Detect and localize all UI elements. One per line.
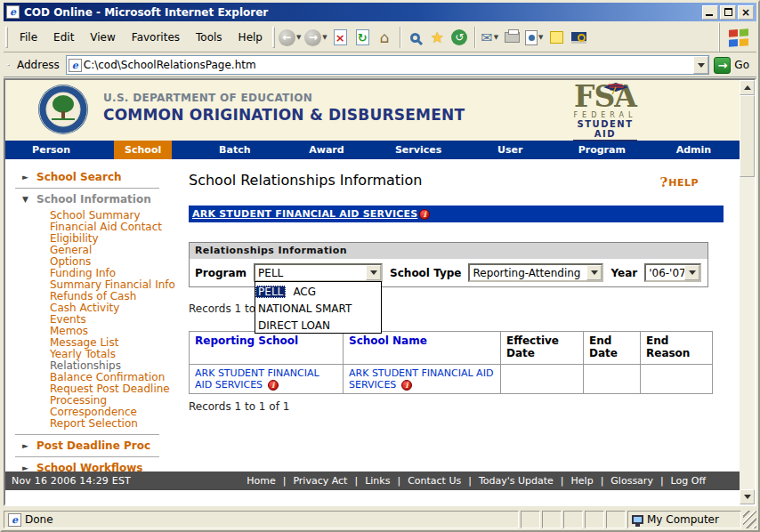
program-select[interactable]: PELL PELL ACG NATIONAL SMART DIRECT LOAN: [254, 263, 383, 282]
go-button[interactable]: → Go: [714, 57, 749, 74]
scroll-up-button[interactable]: [740, 80, 755, 95]
select-button[interactable]: [684, 265, 699, 280]
status-text: Done: [25, 513, 53, 526]
tab-school[interactable]: School: [97, 141, 189, 159]
menu-favorites[interactable]: Favorites: [124, 29, 188, 45]
info-icon[interactable]: i: [268, 380, 279, 391]
footer-link-log-off[interactable]: Log Off: [653, 475, 706, 487]
stop-button[interactable]: ×: [329, 24, 352, 51]
home-button[interactable]: ⌂: [374, 24, 396, 51]
option-national-smart[interactable]: NATIONAL SMART: [255, 302, 354, 315]
footer-link-privacy-act[interactable]: Privacy Act: [276, 475, 348, 487]
tab-user[interactable]: User: [465, 141, 556, 159]
option-direct-loan[interactable]: DIRECT LOAN: [255, 319, 333, 332]
menu-tools[interactable]: Tools: [188, 29, 230, 45]
forward-dropdown-icon[interactable]: ▼: [322, 34, 327, 41]
footer-link-links[interactable]: Links: [347, 475, 390, 487]
footer-link-help[interactable]: Help: [554, 475, 594, 487]
history-button[interactable]: ↺: [449, 24, 471, 51]
school-name-link[interactable]: ARK STUDENT FINANCIAL AID SERVICES: [349, 367, 493, 391]
sidebar-section-school-workflows[interactable]: ► School Workflows: [22, 462, 182, 472]
maximize-icon: [724, 8, 732, 16]
status-bar: e Done My Computer: [4, 508, 756, 528]
search-button[interactable]: [404, 24, 426, 51]
minimize-button[interactable]: [702, 5, 718, 20]
address-grip[interactable]: [7, 64, 10, 66]
menu-edit[interactable]: Edit: [45, 29, 82, 45]
status-panel-empty: [521, 511, 540, 528]
close-button[interactable]: ×: [738, 5, 754, 20]
back-dropdown-icon[interactable]: ▼: [296, 34, 301, 41]
browser-window: e COD Online - Microsoft Internet Explor…: [0, 0, 760, 532]
relationships-table: Reporting School School Name Effective D…: [189, 331, 713, 394]
school-banner-link[interactable]: ARK STUDENT FINANCIAL AID SERVICES: [192, 208, 417, 220]
address-input[interactable]: [82, 59, 694, 71]
print-button[interactable]: [501, 24, 523, 51]
footer-link-contact-us[interactable]: Contact Us: [390, 475, 461, 487]
info-icon[interactable]: i: [401, 380, 412, 391]
menu-help[interactable]: Help: [230, 29, 271, 45]
research-button[interactable]: [568, 24, 590, 51]
edit-button[interactable]: ▼: [523, 24, 546, 51]
option-pell[interactable]: PELL: [255, 286, 286, 298]
edit-dropdown-icon[interactable]: ▼: [538, 34, 543, 41]
sidebar-section-school-information[interactable]: ▼ School Information: [22, 193, 182, 206]
select-button[interactable]: [366, 265, 381, 280]
collapsed-arrow-icon: ►: [22, 462, 30, 472]
select-button[interactable]: [586, 265, 602, 280]
footer-link-glossary[interactable]: Glossary: [594, 475, 653, 487]
print-icon: [505, 32, 520, 43]
vertical-scrollbar[interactable]: [740, 80, 755, 504]
menu-file[interactable]: File: [12, 29, 45, 45]
tab-services[interactable]: Services: [373, 141, 465, 159]
sidebar-section-school-search[interactable]: ► School Search: [22, 171, 182, 183]
tab-person[interactable]: Person: [5, 141, 97, 159]
cell-effective-date: [501, 365, 584, 394]
tab-award[interactable]: Award: [280, 141, 372, 159]
mail-dropdown-icon[interactable]: ▼: [494, 34, 498, 41]
chevron-down-icon: [591, 270, 598, 278]
maximize-button[interactable]: [720, 5, 736, 20]
scrollbar-track[interactable]: [740, 177, 755, 489]
option-acg[interactable]: ACG: [290, 286, 319, 298]
help-link[interactable]: ? HELP: [659, 174, 699, 190]
reporting-school-link[interactable]: ARK STUDENT FINANCIAL AID SERVICES: [195, 367, 319, 391]
mail-button[interactable]: ✉ ▼: [479, 24, 501, 51]
address-dropdown-button[interactable]: [693, 56, 708, 74]
tab-batch[interactable]: Batch: [189, 141, 280, 159]
col-effective-date: Effective Date: [501, 332, 584, 365]
footer-timestamp: Nov 16 2006 14:29 EST: [12, 475, 247, 487]
chevron-up-icon: [744, 82, 751, 90]
sidebar-item-request-post-deadline-processing[interactable]: Request Post Deadline Processing: [50, 383, 182, 407]
toolbar-separator: [400, 27, 400, 48]
year-select[interactable]: '06-'07: [644, 263, 701, 282]
back-button[interactable]: ← ▼: [277, 24, 303, 51]
resize-grip[interactable]: [743, 511, 756, 528]
app-name: COMMON ORIGINATION & DISBURSEMENT: [103, 106, 465, 124]
tab-admin[interactable]: Admin: [648, 141, 740, 159]
sidebar-divider: [15, 434, 159, 435]
sidebar-item-report-selection[interactable]: Report Selection: [50, 418, 182, 430]
fsa-federal: FEDERAL: [568, 111, 643, 119]
footer-link-home[interactable]: Home: [247, 475, 275, 487]
go-label: Go: [734, 59, 749, 71]
forward-button[interactable]: → ▼: [303, 24, 328, 51]
info-icon[interactable]: i: [419, 209, 430, 220]
home-icon: ⌂: [380, 28, 390, 46]
footer-link-todays-update[interactable]: Today's Update: [461, 475, 554, 487]
menu-grip[interactable]: [5, 27, 8, 48]
sidebar-section-post-deadline-proc[interactable]: ► Post Deadline Proc: [22, 439, 182, 452]
refresh-button[interactable]: ↻: [352, 24, 374, 51]
toolbar-grip[interactable]: [272, 27, 275, 48]
footer-links: Home Privacy Act Links Contact Us Today'…: [247, 475, 706, 487]
tab-program[interactable]: Program: [556, 141, 648, 159]
scrollbar-thumb[interactable]: [740, 95, 755, 177]
menu-view[interactable]: View: [82, 29, 123, 45]
address-label: Address: [12, 59, 66, 71]
ie-icon: e: [6, 5, 20, 19]
school-type-select[interactable]: Reporting-Attending: [468, 263, 603, 282]
col-end-date: End Date: [584, 332, 641, 365]
discuss-button[interactable]: [546, 24, 568, 51]
favorites-button[interactable]: ★: [426, 24, 449, 51]
scroll-down-button[interactable]: [740, 489, 755, 504]
